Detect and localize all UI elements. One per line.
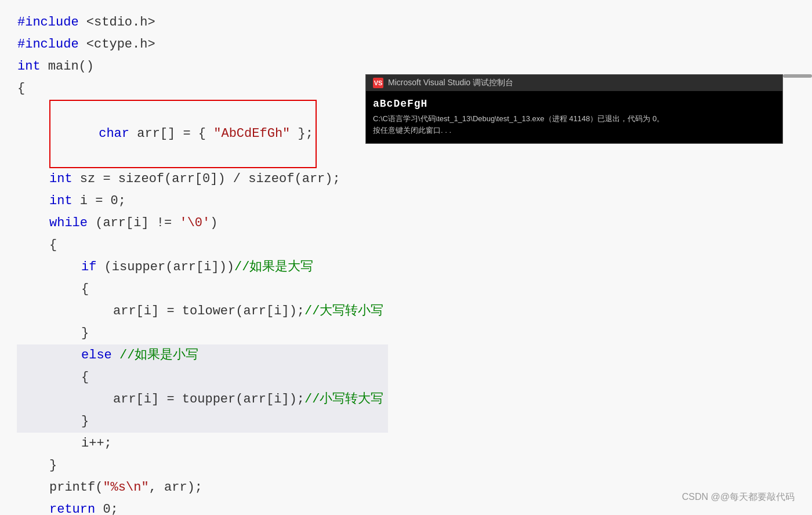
code-line-14: else //如果是小写: [17, 344, 388, 367]
code-line-16: arr[i] = toupper(arr[i]);//小写转大写: [17, 389, 388, 411]
keyword-include-1: #include: [17, 12, 79, 34]
highlighted-char-decl: char arr[] = { "AbCdEfGh" };: [49, 100, 317, 168]
code-line-2: #include <ctype.h>: [17, 34, 795, 56]
keyword-include-2: #include: [17, 34, 79, 56]
debug-title-text: Microsoft Visual Studio 调试控制台: [388, 78, 513, 88]
code-line-17: }: [17, 411, 388, 433]
horizontal-scrollbar[interactable]: [783, 74, 812, 78]
debug-output-path: C:\C语言学习\代码\test_1_13\Debug\test_1_13.ex…: [373, 113, 775, 125]
code-line-1: #include <stdio.h>: [17, 12, 795, 34]
keyword-int-main: int: [17, 56, 41, 78]
watermark: CSDN @@每天都要敲代码: [682, 491, 795, 503]
code-line-19: }: [17, 455, 795, 477]
code-line-10: if (isupper(arr[i]))//如果是大写: [17, 256, 795, 278]
code-line-8: while (arr[i] != '\0'): [17, 212, 795, 234]
code-line-18: i++;: [17, 433, 795, 455]
code-line-12: arr[i] = tolower(arr[i]);//大写转小写: [17, 300, 795, 322]
debug-console-popup: VS Microsoft Visual Studio 调试控制台 aBcDeFg…: [365, 74, 783, 144]
code-line-15: {: [17, 367, 388, 389]
code-line-21: return 0;: [17, 499, 795, 515]
code-line-13: }: [17, 322, 795, 344]
code-line-11: {: [17, 278, 795, 300]
code-line-20: printf("%s\n", arr);: [17, 477, 795, 499]
debug-output-close: 按任意键关闭此窗口. . .: [373, 125, 775, 136]
code-line-7: int i = 0;: [17, 190, 795, 212]
debug-title-bar: VS Microsoft Visual Studio 调试控制台: [366, 75, 782, 91]
debug-content: aBcDeFgH C:\C语言学习\代码\test_1_13\Debug\tes…: [366, 91, 782, 143]
vs-icon: VS: [373, 78, 383, 88]
code-line-6: int sz = sizeof(arr[0]) / sizeof(arr);: [17, 168, 795, 190]
code-editor: #include <stdio.h> #include <ctype.h> in…: [0, 0, 812, 476]
debug-output-result: aBcDeFgH: [373, 97, 775, 111]
code-line-9: {: [17, 234, 795, 256]
